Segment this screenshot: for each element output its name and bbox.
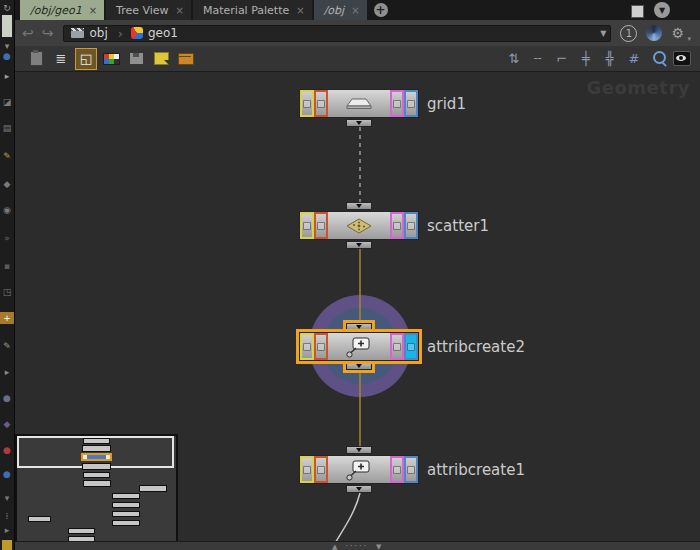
distribute-vertical-icon[interactable]: ⇅ — [504, 49, 524, 69]
lock-flag[interactable] — [314, 333, 328, 360]
tab--obj[interactable]: /obj× — [314, 0, 367, 20]
bypass-flag[interactable] — [300, 212, 314, 239]
palette-swatches — [103, 53, 120, 65]
align-horizontal-icon[interactable]: ╪ — [576, 49, 596, 69]
color-palette-icon[interactable] — [101, 49, 121, 69]
bottom-splitter[interactable]: ▲ ····· ▼ — [14, 541, 700, 550]
node-input-connector[interactable] — [346, 202, 372, 210]
tool-icon[interactable]: ● — [0, 444, 14, 456]
pane-link-swirl-icon[interactable] — [646, 25, 662, 41]
tab-close-icon[interactable]: × — [296, 5, 304, 16]
splitter-handle[interactable]: ▲ ····· ▼ — [332, 542, 382, 550]
tool-icon[interactable]: ✎ — [0, 340, 14, 352]
toolbar-right-group: ⇅╌⌐╪╬# — [504, 49, 692, 69]
node-type-icon[interactable] — [328, 333, 390, 360]
bypass-flag[interactable] — [300, 456, 314, 483]
splitter-down-icon[interactable]: ▼ — [376, 543, 381, 550]
splitter-grip-icon[interactable]: ····· — [345, 542, 368, 550]
network-view-icon[interactable]: ◱ — [76, 49, 96, 69]
tool-icon[interactable]: ▪ — [0, 260, 14, 272]
lock-flag[interactable] — [314, 456, 328, 483]
display-flag[interactable] — [404, 456, 418, 483]
link-number-badge[interactable]: 1 — [620, 25, 637, 42]
tool-icon[interactable]: » — [0, 232, 14, 244]
tool-icon[interactable]: ◳ — [0, 286, 14, 298]
network-editor[interactable]: Geometry grid1 scatter1 — [14, 71, 700, 550]
tool-icon[interactable]: + — [0, 312, 14, 324]
template-flag[interactable] — [390, 90, 404, 117]
node-grid1[interactable]: grid1 — [299, 89, 419, 118]
tab--obj-geo1[interactable]: /obj/geo1× — [20, 0, 104, 20]
template-flag[interactable] — [390, 333, 404, 360]
node-type-icon[interactable] — [328, 90, 390, 117]
clipboard-icon[interactable] — [26, 49, 46, 69]
path-segment-obj[interactable]: obj — [89, 26, 107, 40]
list-view-icon[interactable]: ≣ — [51, 49, 71, 69]
node-scatter1[interactable]: scatter1 — [299, 211, 419, 240]
align-corner-icon[interactable]: ⌐ — [552, 49, 572, 69]
tool-icon[interactable]: ▸ — [0, 524, 14, 536]
tool-icon[interactable]: ↻ — [0, 2, 14, 14]
tool-icon[interactable]: ▸ — [0, 366, 14, 378]
grid-display-icon[interactable]: # — [624, 49, 644, 69]
forward-icon[interactable]: ↪ — [42, 25, 54, 41]
pane-maximize-icon[interactable] — [631, 5, 644, 18]
spacing-horizontal-icon[interactable]: ╌ — [528, 49, 548, 69]
tool-icon[interactable]: ◉ — [0, 204, 14, 216]
node-attribcreate2[interactable]: attribcreate2 — [299, 332, 419, 361]
template-flag[interactable] — [390, 456, 404, 483]
node-output-connector[interactable] — [346, 119, 372, 127]
path-field[interactable]: obj › geo1 ▼ — [63, 25, 611, 42]
node-output-connector[interactable] — [346, 241, 372, 249]
tab-material-palette[interactable]: Material Palette× — [193, 0, 312, 20]
gallery-icon[interactable] — [176, 49, 196, 69]
tool-icon[interactable]: ● — [0, 468, 14, 480]
node-body[interactable] — [299, 211, 419, 240]
bypass-flag[interactable] — [300, 333, 314, 360]
tool-icon[interactable]: ◪ — [0, 96, 14, 108]
gear-icon[interactable]: ⚙ — [671, 25, 684, 41]
sticky-note-icon[interactable] — [151, 49, 171, 69]
node-input-connector[interactable] — [346, 323, 372, 331]
search-icon[interactable] — [648, 49, 668, 69]
node-output-connector[interactable] — [346, 485, 372, 493]
tool-icon[interactable]: ⁞ — [0, 510, 14, 522]
tool-icon[interactable]: ● — [0, 392, 14, 404]
path-segment-geo1[interactable]: geo1 — [148, 26, 178, 40]
back-icon[interactable]: ↩ — [22, 25, 34, 41]
tab-close-icon[interactable]: × — [89, 5, 97, 16]
node-attribcreate1[interactable]: attribcreate1 — [299, 455, 419, 484]
node-input-connector[interactable] — [346, 446, 372, 454]
tool-icon[interactable]: ◆ — [0, 178, 14, 190]
tab-close-icon[interactable]: × — [176, 5, 184, 16]
tab-close-icon[interactable]: × — [351, 5, 359, 16]
network-minimap[interactable] — [15, 434, 178, 543]
tool-icon[interactable]: ✎ — [0, 150, 14, 162]
display-flag[interactable] — [404, 212, 418, 239]
add-tab-button[interactable]: + — [374, 3, 388, 17]
display-flag[interactable] — [404, 90, 418, 117]
node-body[interactable] — [299, 332, 419, 361]
node-output-connector[interactable] — [346, 362, 372, 370]
display-flag[interactable] — [404, 333, 418, 360]
snap-grid-icon[interactable]: ╬ — [600, 49, 620, 69]
tool-icon[interactable]: ◆ — [0, 418, 14, 430]
tool-icon[interactable]: ● — [0, 50, 14, 62]
tool-icon[interactable]: ▸ — [0, 70, 14, 82]
tool-icon[interactable]: ▾ — [0, 492, 14, 504]
template-flag[interactable] — [390, 212, 404, 239]
node-type-icon[interactable] — [328, 456, 390, 483]
lock-flag[interactable] — [314, 212, 328, 239]
node-body[interactable] — [299, 89, 419, 118]
tab-tree-view[interactable]: Tree View× — [106, 0, 191, 20]
display-options-icon[interactable] — [672, 49, 692, 69]
path-dropdown-icon[interactable]: ▼ — [600, 29, 606, 38]
pane-menu-icon[interactable]: ▼ — [654, 2, 670, 18]
splitter-up-icon[interactable]: ▲ — [332, 543, 337, 550]
tool-icon[interactable]: ▤ — [0, 122, 14, 134]
node-body[interactable] — [299, 455, 419, 484]
bypass-flag[interactable] — [300, 90, 314, 117]
node-type-icon[interactable] — [328, 212, 390, 239]
lock-flag[interactable] — [314, 90, 328, 117]
save-icon[interactable] — [126, 49, 146, 69]
